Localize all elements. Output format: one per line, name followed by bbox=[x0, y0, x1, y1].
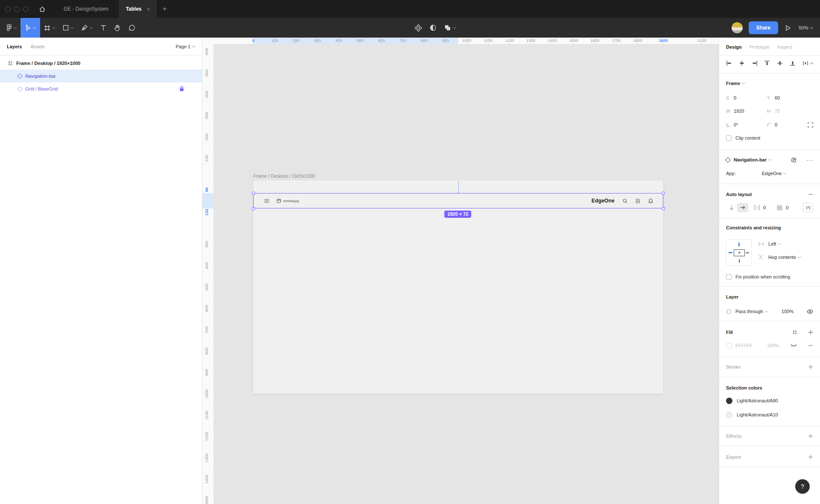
navigation-bar-object[interactable]: mm/dd/yyyy EdgeOne bbox=[253, 193, 663, 208]
clip-content-checkbox[interactable] bbox=[726, 135, 732, 141]
pen-tool-button[interactable] bbox=[77, 18, 97, 38]
layout-vertical-button[interactable] bbox=[726, 203, 737, 212]
color-swatch[interactable] bbox=[726, 412, 732, 418]
constraint-top-tick[interactable] bbox=[738, 243, 740, 246]
add-fill-button[interactable] bbox=[808, 330, 813, 335]
selection-color-row[interactable]: Light/Astronaut/A80 bbox=[719, 396, 820, 406]
add-effect-button[interactable] bbox=[808, 434, 813, 439]
move-tool-button[interactable] bbox=[20, 18, 40, 38]
align-vertical-center-button[interactable] bbox=[777, 60, 783, 66]
gap-input[interactable]: 0 bbox=[763, 205, 766, 210]
width-input[interactable]: 1920 bbox=[734, 108, 744, 114]
home-icon[interactable] bbox=[39, 6, 46, 12]
align-horizontal-center-button[interactable] bbox=[739, 60, 745, 66]
fill-hidden-eye-icon[interactable] bbox=[791, 344, 797, 348]
corner-radius-input[interactable]: 0 bbox=[775, 122, 777, 127]
padding-control[interactable]: 0 bbox=[777, 205, 788, 211]
height-input[interactable]: 72 bbox=[775, 108, 780, 114]
constraint-left-tick[interactable] bbox=[729, 252, 732, 253]
align-left-button[interactable] bbox=[726, 60, 732, 66]
create-component-button[interactable] bbox=[411, 18, 426, 38]
padding-input[interactable]: 0 bbox=[786, 205, 788, 210]
layout-horizontal-button[interactable] bbox=[737, 203, 748, 212]
help-button[interactable]: ? bbox=[795, 479, 810, 494]
more-options-button[interactable]: ··· bbox=[806, 157, 813, 163]
color-swatch[interactable] bbox=[726, 398, 732, 404]
selection-handle[interactable] bbox=[252, 192, 255, 195]
remove-auto-layout-button[interactable] bbox=[808, 192, 813, 197]
avatar[interactable] bbox=[732, 22, 743, 33]
alignment-grid-button[interactable] bbox=[803, 203, 813, 212]
y-input[interactable]: 60 bbox=[775, 95, 780, 100]
canvas[interactable]: Frame / Desktop / 1920x1000 mm/dd/yyyy E… bbox=[202, 38, 719, 504]
rotation-input[interactable]: 0° bbox=[734, 122, 738, 127]
text-icon bbox=[100, 25, 106, 31]
tab-layers[interactable]: Layers bbox=[7, 44, 22, 49]
minimize-window-button[interactable] bbox=[14, 6, 20, 12]
fix-position-checkbox[interactable] bbox=[726, 274, 732, 280]
selection-handle[interactable] bbox=[662, 207, 665, 210]
new-tab-button[interactable]: + bbox=[163, 5, 167, 13]
align-right-button[interactable] bbox=[752, 60, 758, 66]
constraints-widget[interactable]: + bbox=[726, 239, 752, 266]
independent-corners-button[interactable] bbox=[808, 122, 813, 128]
tab-tables[interactable]: Tables × bbox=[119, 0, 157, 18]
boolean-groups-button[interactable] bbox=[440, 18, 460, 38]
tab-design[interactable]: Design bbox=[726, 44, 742, 50]
hand-tool-button[interactable] bbox=[110, 18, 125, 38]
text-tool-button[interactable] bbox=[97, 18, 110, 38]
selection-color-row[interactable]: Light/Astronaut/A10 bbox=[719, 410, 820, 420]
blend-mode-dropdown[interactable]: Pass through bbox=[735, 309, 768, 314]
clip-content-row[interactable]: Clip content bbox=[719, 133, 820, 143]
share-button[interactable]: Share bbox=[749, 21, 778, 34]
shape-tool-button[interactable] bbox=[59, 18, 77, 38]
page-selector[interactable]: Page 1 bbox=[176, 44, 195, 49]
layer-row-frame[interactable]: Frame / Desktop / 1920×1000 bbox=[0, 57, 202, 70]
frame-tool-button[interactable] bbox=[40, 18, 59, 38]
selection-handle[interactable] bbox=[662, 192, 665, 195]
layer-row-navigation-bar[interactable]: Navigation-bar bbox=[0, 70, 202, 82]
mask-button[interactable] bbox=[426, 18, 440, 38]
comment-tool-button[interactable] bbox=[125, 18, 139, 38]
app-property-dropdown[interactable]: EdgeOne bbox=[762, 171, 786, 176]
zoom-level-dropdown[interactable]: 50% bbox=[799, 25, 813, 30]
fill-hex-input[interactable]: FFFFFF bbox=[735, 343, 753, 348]
selection-handle[interactable] bbox=[252, 207, 255, 210]
present-button[interactable] bbox=[785, 25, 791, 31]
horizontal-constraint-dropdown[interactable]: Left bbox=[768, 241, 781, 246]
lock-icon[interactable] bbox=[179, 86, 184, 91]
frame-section-header[interactable]: Frame bbox=[719, 78, 820, 88]
ruler-label: 1500 bbox=[204, 493, 209, 504]
swap-instance-button[interactable] bbox=[791, 157, 797, 163]
tab-prototype[interactable]: Prototype bbox=[750, 44, 770, 50]
tab-inspect[interactable]: Inspect bbox=[777, 44, 792, 50]
frame-title-label[interactable]: Frame / Desktop / 1920x1000 bbox=[253, 173, 315, 179]
close-icon[interactable]: × bbox=[147, 6, 150, 12]
fill-row[interactable]: FFFFFF 100% bbox=[719, 340, 820, 351]
align-top-button[interactable] bbox=[764, 60, 770, 66]
component-name-dropdown[interactable]: Navigation-bar bbox=[734, 157, 771, 162]
figma-menu-button[interactable] bbox=[3, 18, 20, 38]
layer-visibility-eye-icon[interactable] bbox=[807, 309, 813, 314]
constraint-right-tick[interactable] bbox=[746, 252, 749, 253]
distribute-button[interactable] bbox=[802, 60, 813, 66]
x-input[interactable]: 0 bbox=[734, 95, 736, 100]
constraint-bottom-tick[interactable] bbox=[739, 259, 740, 263]
vertical-resizing-dropdown[interactable]: Hug contents bbox=[768, 255, 801, 260]
add-stroke-button[interactable] bbox=[808, 364, 813, 369]
fix-position-row[interactable]: Fix position when scrolling bbox=[719, 272, 820, 282]
layer-row-grid-basegrid[interactable]: Grid / BaseGrid bbox=[0, 82, 202, 95]
gap-control[interactable]: 0 bbox=[754, 205, 766, 210]
add-export-button[interactable] bbox=[808, 454, 813, 460]
remove-fill-button[interactable] bbox=[808, 343, 813, 348]
fill-styles-icon[interactable] bbox=[793, 330, 797, 334]
tab-ge-designsystem[interactable]: GE - DesignSystem bbox=[53, 0, 119, 18]
height-label: H bbox=[767, 108, 775, 114]
tab-assets[interactable]: Assets bbox=[30, 44, 44, 49]
fill-opacity-input[interactable]: 100% bbox=[767, 343, 779, 348]
align-bottom-button[interactable] bbox=[790, 60, 796, 66]
fill-color-swatch[interactable] bbox=[726, 343, 732, 349]
layer-opacity-input[interactable]: 100% bbox=[782, 309, 794, 314]
fullscreen-window-button[interactable] bbox=[23, 6, 29, 12]
close-window-button[interactable] bbox=[5, 6, 11, 12]
